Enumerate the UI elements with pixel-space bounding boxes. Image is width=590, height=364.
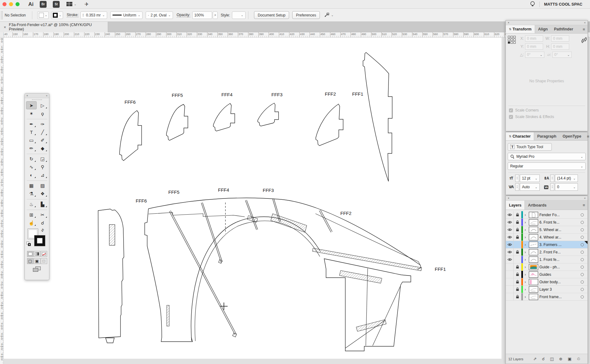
layer-row[interactable]: ›Layer 3	[506, 286, 588, 293]
slice-tool[interactable]: ✂	[37, 211, 48, 219]
layer-row[interactable]: ›3. Formers ...	[506, 241, 588, 248]
layer-thumbnail[interactable]	[529, 249, 538, 255]
column-graph-tool[interactable]: ▙	[37, 200, 48, 208]
swap-fill-stroke-icon[interactable]: ⇄	[40, 227, 45, 233]
collapse-icon[interactable]: «	[584, 197, 586, 200]
layer-row[interactable]: ›1. Front fe...	[506, 256, 588, 263]
lock-toggle[interactable]	[514, 234, 521, 241]
shear-field[interactable]: 0°⌄	[552, 52, 572, 58]
layer-name[interactable]: 6. Front fe...	[539, 220, 581, 225]
tools-drag-strip[interactable]	[25, 98, 49, 101]
expand-chevron-icon[interactable]: ›	[523, 235, 528, 239]
layer-name[interactable]: 4. Wheel ar...	[539, 235, 581, 239]
scale-corners-checkbox-row[interactable]: ✓ Scale Corners	[509, 108, 584, 112]
stroke-color-well[interactable]	[34, 235, 45, 246]
screen-mode-button[interactable]	[25, 266, 49, 272]
window-zoom-button[interactable]	[16, 2, 20, 6]
layer-name[interactable]: 3. Formers ...	[539, 243, 581, 247]
bridge-icon[interactable]: Br	[40, 1, 47, 8]
preferences-button[interactable]: Preferences	[292, 11, 320, 19]
window-close-button[interactable]	[2, 2, 7, 6]
magic-wand-tool[interactable]: ✶	[26, 109, 37, 117]
none-button[interactable]	[41, 251, 47, 257]
stock-icon[interactable]: St	[53, 1, 60, 8]
layer-row[interactable]: ›5. Wheel ar...	[506, 226, 588, 234]
make-clip-mask-icon[interactable]: ◫	[550, 357, 554, 361]
constrain-proportions-off-icon[interactable]	[581, 35, 588, 45]
layer-row[interactable]: ›4. Wheel ar...	[506, 234, 588, 241]
y-field[interactable]: 0 mm	[525, 43, 543, 50]
layer-name[interactable]: 2. Front Fe...	[539, 250, 581, 254]
layer-name[interactable]: Fender Fo...	[539, 213, 581, 217]
tab-pathfinder[interactable]: Pathfinder	[551, 25, 576, 33]
shape-builder-tool[interactable]: ◐	[26, 171, 37, 179]
layers-panel-header[interactable]: × «	[506, 196, 588, 201]
stroke-label[interactable]: Stroke:	[67, 13, 79, 17]
font-family-dropdown[interactable]: Myriad Pro ⌄	[508, 153, 586, 160]
new-layer-icon[interactable]: ▣	[568, 357, 571, 361]
width-profile-dropdown[interactable]: Uniform ⌄	[110, 11, 143, 19]
collapse-icon[interactable]: «	[46, 94, 48, 97]
layer-target-icon[interactable]	[581, 273, 584, 276]
tab-align[interactable]: Align	[535, 25, 551, 33]
collect-for-export-icon[interactable]: ⇗	[533, 357, 537, 361]
pencil-tool[interactable]: ✏	[26, 144, 37, 152]
perspective-grid-tool[interactable]: ⊿	[37, 171, 48, 179]
curvature-tool[interactable]: ✑	[37, 120, 48, 128]
gradient-button[interactable]	[34, 251, 40, 257]
leading-field[interactable]: (14.4 pt)⌄	[555, 175, 578, 182]
ruler-horizontal[interactable]: 1401501601701801902002102202302402502602…	[0, 32, 590, 38]
gradient-tool[interactable]: ▨	[37, 181, 48, 189]
layer-row[interactable]: ›Guides	[506, 271, 588, 278]
checkbox-checked-icon[interactable]: ✓	[509, 108, 513, 112]
tracking-field[interactable]: 0⌄	[555, 183, 578, 191]
style-dropdown[interactable]: ⌄	[232, 11, 246, 19]
expand-chevron-icon[interactable]: ›	[523, 257, 528, 262]
visibility-toggle[interactable]	[506, 256, 514, 263]
direct-selection-tool[interactable]: ▷	[37, 101, 48, 109]
rotate-field[interactable]: 0°⌄	[525, 52, 544, 58]
font-size-field[interactable]: 12 pt⌄	[520, 175, 540, 182]
mesh-tool[interactable]: ▦	[26, 181, 37, 189]
close-icon[interactable]: ×	[508, 197, 509, 200]
visibility-toggle[interactable]	[506, 211, 514, 218]
lock-toggle[interactable]	[514, 241, 521, 248]
puppet-warp-tool[interactable]: ⚲	[37, 163, 48, 171]
layer-thumbnail[interactable]	[529, 242, 538, 248]
lock-toggle[interactable]	[514, 293, 521, 300]
expand-chevron-icon[interactable]: ›	[523, 228, 528, 232]
visibility-toggle[interactable]	[506, 271, 514, 278]
layer-thumbnail[interactable]	[529, 279, 538, 285]
type-tool[interactable]: T	[26, 128, 37, 136]
layer-thumbnail[interactable]	[529, 294, 538, 300]
tab-artboards[interactable]: Artboards	[525, 201, 550, 210]
layer-row[interactable]: ›Outer body...	[506, 278, 588, 286]
lock-toggle[interactable]	[514, 211, 521, 218]
draw-inside-button[interactable]: ⊡	[41, 258, 47, 264]
blend-tool[interactable]: ❖	[37, 189, 48, 198]
visibility-toggle[interactable]	[506, 248, 514, 256]
visibility-toggle[interactable]	[506, 234, 514, 241]
expand-chevron-icon[interactable]: ›	[523, 250, 528, 254]
workspace-switcher-icon[interactable]: ⌄	[66, 2, 76, 7]
layer-row[interactable]: ›6. Front fe...	[506, 219, 588, 226]
collapse-icon[interactable]: «	[584, 21, 586, 24]
scale-tool[interactable]: ◲	[37, 155, 48, 163]
layer-thumbnail[interactable]	[529, 234, 538, 240]
lock-toggle[interactable]	[514, 271, 521, 278]
tab-transform[interactable]: ⇅Transform	[506, 25, 535, 33]
brush-definition-dropdown[interactable]: · 2 pt. Oval ⌄	[146, 11, 173, 19]
font-style-dropdown[interactable]: Regular ⌄	[508, 162, 586, 170]
locate-object-icon[interactable]: ☌	[542, 357, 545, 361]
width-tool[interactable]: ∿	[26, 163, 37, 171]
layer-row[interactable]: ›2. Front Fe...	[506, 248, 588, 256]
document-tab[interactable]: × F3a-Front-Fender-v17.ai* @ 100% (CMYK/…	[0, 22, 108, 32]
close-icon[interactable]: ×	[508, 21, 509, 24]
zoom-tool[interactable]: ☌	[37, 219, 48, 227]
panel-drag-handle[interactable]	[1, 11, 3, 19]
opacity-label[interactable]: Opacity:	[177, 13, 190, 17]
panel-menu-icon[interactable]: ≡	[580, 25, 588, 33]
scale-strokes-checkbox-row[interactable]: ✓ Scale Strokes & Effects	[509, 115, 584, 119]
transform-panel-header[interactable]: × «	[506, 20, 588, 25]
delete-layer-icon[interactable]: ♲	[577, 357, 580, 361]
